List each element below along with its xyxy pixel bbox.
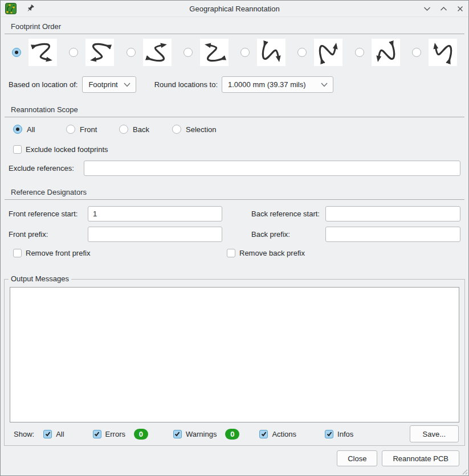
filter-all-group[interactable]: All [43, 430, 64, 438]
errors-count-badge: 0 [134, 429, 148, 440]
exclude-references-input[interactable] [84, 161, 460, 176]
output-messages-groupbox: Output Messages Show: All Errors 0 W [4, 279, 465, 446]
order-radio[interactable] [297, 48, 307, 57]
filter-warnings-checkbox[interactable] [173, 430, 182, 438]
order-radio[interactable] [127, 48, 136, 57]
window-title: Geographical Reannotation [189, 5, 279, 13]
check-icon [174, 430, 181, 437]
remove-back-prefix-group[interactable]: Remove back prefix [227, 249, 468, 257]
round-locations-select[interactable]: 1.0000 mm (39.37 mils) [222, 76, 333, 93]
filter-actions-checkbox[interactable] [259, 430, 268, 438]
minimize-button[interactable] [423, 5, 431, 12]
order-radio[interactable] [355, 48, 364, 57]
order-radio[interactable] [69, 48, 78, 57]
front-reference-start-label: Front reference start: [9, 210, 88, 218]
maximize-button[interactable] [440, 5, 447, 12]
scope-radio[interactable] [119, 125, 128, 134]
reannotate-pcb-button[interactable]: Reannotate PCB [382, 450, 459, 466]
filter-infos-group[interactable]: Infos [325, 430, 353, 438]
filter-errors-label: Errors [105, 430, 125, 438]
remove-front-prefix-checkbox[interactable] [13, 249, 22, 257]
scope-radio[interactable] [172, 125, 181, 134]
exclude-locked-checkbox[interactable] [13, 145, 22, 154]
based-on-location-label: Based on location of: [9, 80, 78, 89]
save-button[interactable]: Save... [410, 425, 459, 442]
serpentine-horizontal-ltr-btt-icon [143, 39, 172, 66]
order-option-vertical-btt-ltr[interactable] [297, 39, 342, 66]
filter-all-checkbox[interactable] [43, 430, 52, 438]
warnings-count-badge: 0 [225, 429, 239, 440]
remove-back-prefix-checkbox[interactable] [227, 249, 235, 257]
back-prefix-input[interactable] [325, 227, 460, 242]
serpentine-vertical-btt-ltr-icon [314, 39, 342, 66]
close-dialog-button[interactable]: Close [337, 450, 377, 466]
scope-radio[interactable] [66, 125, 75, 134]
chevron-down-icon [124, 83, 130, 87]
show-label: Show: [14, 430, 34, 438]
serpentine-vertical-ttb-ltr-icon [257, 39, 286, 66]
divider [5, 117, 464, 117]
section-title-reference-designators: Reference Designators [11, 188, 468, 196]
section-title-reannotation-scope: Reannotation Scope [11, 105, 468, 114]
scope-option-back[interactable]: Back [119, 125, 172, 134]
serpentine-horizontal-ltr-ttb-icon [28, 39, 57, 66]
front-prefix-label: Front prefix: [9, 230, 88, 239]
geographical-reannotation-dialog: { "window": { "title": "Geographical Rea… [0, 0, 469, 476]
scope-options: All Front Back Selection [13, 125, 468, 134]
round-locations-label: Round locations to: [154, 80, 218, 89]
scope-option-label: Back [133, 125, 149, 134]
check-icon [260, 430, 267, 437]
serpentine-horizontal-rtl-btt-icon [200, 39, 229, 66]
close-button[interactable] [456, 5, 464, 12]
remove-front-prefix-group[interactable]: Remove front prefix [13, 249, 227, 257]
filter-errors-checkbox[interactable] [93, 430, 101, 438]
order-radio[interactable] [183, 48, 193, 57]
filter-infos-checkbox[interactable] [325, 430, 333, 438]
filter-actions-label: Actions [272, 430, 296, 438]
check-icon [93, 430, 100, 437]
back-reference-start-label: Back reference start: [251, 210, 325, 218]
pin-icon[interactable] [26, 4, 35, 13]
filter-all-label: All [56, 430, 64, 438]
front-reference-start-input[interactable] [88, 206, 222, 221]
title-bar[interactable]: Geographical Reannotation [1, 1, 468, 17]
exclude-locked-checkbox-group[interactable]: Exclude locked footprints [13, 145, 468, 154]
remove-back-prefix-label: Remove back prefix [239, 249, 305, 257]
front-prefix-input[interactable] [88, 227, 222, 242]
remove-front-prefix-label: Remove front prefix [26, 249, 90, 257]
check-icon [326, 430, 333, 437]
scope-radio[interactable] [13, 125, 22, 134]
filter-errors-group[interactable]: Errors 0 [93, 429, 148, 440]
order-radio[interactable] [12, 48, 21, 57]
based-on-location-value: Footprint [88, 80, 117, 89]
output-messages-legend: Output Messages [9, 274, 71, 283]
order-option-horizontal-ltr-ttb[interactable] [12, 39, 57, 66]
serpentine-vertical-ttb-rtl-icon [372, 39, 400, 66]
filter-infos-label: Infos [337, 430, 353, 438]
back-reference-start-input[interactable] [325, 206, 460, 221]
back-prefix-label: Back prefix: [251, 230, 325, 239]
serpentine-horizontal-rtl-ttb-icon [85, 39, 114, 66]
kicad-pcbnew-icon [5, 3, 17, 14]
filter-warnings-group[interactable]: Warnings 0 [173, 429, 239, 440]
scope-option-front[interactable]: Front [66, 125, 119, 134]
footprint-order-options [1, 34, 468, 71]
output-messages-area[interactable] [10, 287, 459, 422]
scope-option-label: Selection [186, 125, 216, 134]
order-option-vertical-ttb-rtl[interactable] [355, 39, 400, 66]
order-radio[interactable] [240, 48, 250, 57]
scope-option-all[interactable]: All [13, 125, 66, 134]
order-radio[interactable] [412, 48, 421, 57]
order-option-vertical-ttb-ltr[interactable] [240, 39, 286, 66]
divider [5, 199, 464, 200]
scope-option-selection[interactable]: Selection [172, 125, 225, 134]
resize-grip[interactable] [461, 468, 468, 475]
scope-option-label: Front [80, 125, 97, 134]
order-option-horizontal-ltr-btt[interactable] [127, 39, 172, 66]
order-option-vertical-btt-rtl[interactable] [412, 39, 457, 66]
order-option-horizontal-rtl-ttb[interactable] [69, 39, 114, 66]
filter-actions-group[interactable]: Actions [259, 430, 296, 438]
order-option-horizontal-rtl-btt[interactable] [183, 39, 229, 66]
round-locations-value: 1.0000 mm (39.37 mils) [228, 80, 306, 89]
based-on-location-select[interactable]: Footprint [82, 76, 136, 93]
